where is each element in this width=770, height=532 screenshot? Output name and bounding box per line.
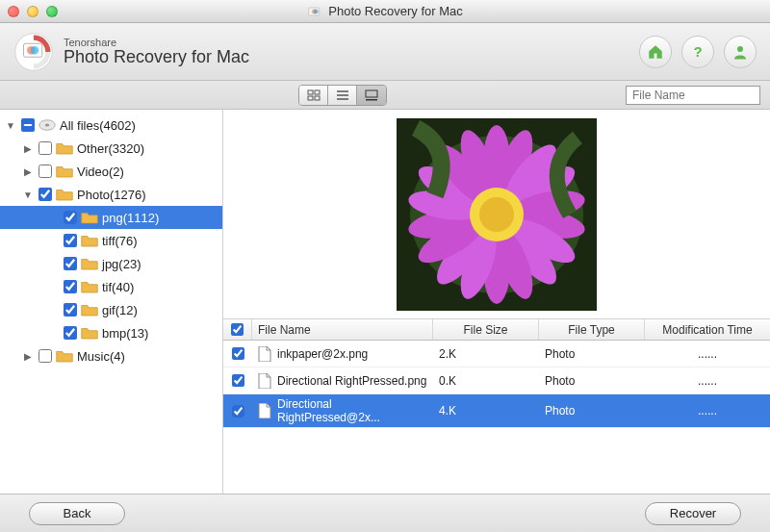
footer: Back Recover <box>0 494 770 532</box>
tree-checkbox[interactable] <box>21 118 35 132</box>
user-button[interactable] <box>724 36 757 68</box>
tree-item[interactable]: png(1112) <box>0 206 222 229</box>
svg-rect-17 <box>366 99 377 101</box>
tree-checkbox[interactable] <box>64 234 77 247</box>
select-all-checkbox[interactable] <box>231 323 244 336</box>
svg-rect-9 <box>308 90 313 94</box>
preview-icon <box>365 89 378 101</box>
svg-point-8 <box>737 46 743 52</box>
cell-filename: Directional RightPressed.png <box>252 370 433 392</box>
titlebar-title: Photo Recovery for Mac <box>307 4 462 19</box>
svg-point-2 <box>314 9 319 13</box>
tree-label: tiff(76) <box>102 234 138 248</box>
cell-filesize: 4.K <box>433 401 539 420</box>
tree-label: Music(4) <box>77 349 125 364</box>
tree-checkbox[interactable] <box>64 326 77 340</box>
row-checkbox[interactable] <box>232 347 244 360</box>
view-preview-button[interactable] <box>357 86 386 105</box>
tree-item[interactable]: tif(40) <box>0 275 222 298</box>
row-checkbox[interactable] <box>232 405 244 418</box>
tree-label: Video(2) <box>77 165 124 179</box>
cell-filesize: 2.K <box>433 344 539 364</box>
column-filetype[interactable]: File Type <box>539 319 645 340</box>
tree-item[interactable]: ▼All files(4602) <box>0 114 222 137</box>
cell-filesize: 0.K <box>433 371 539 391</box>
main-panel: File Name File Size File Type Modificati… <box>223 110 770 494</box>
help-button[interactable]: ? <box>681 36 714 68</box>
cell-filetype: Photo <box>539 344 645 364</box>
tree-item[interactable]: jpg(23) <box>0 252 222 275</box>
close-window-button[interactable] <box>8 6 19 17</box>
table-body[interactable]: inkpaper@2x.png2.KPhoto......Directional… <box>223 341 770 494</box>
tree-label: bmp(13) <box>102 326 148 341</box>
column-filename[interactable]: File Name <box>252 319 433 340</box>
tree-label: All files(4602) <box>60 118 136 133</box>
svg-rect-10 <box>315 90 320 94</box>
cell-filetype: Photo <box>539 371 645 391</box>
cell-filetype: Photo <box>539 401 645 420</box>
brand: Tenorshare Photo Recovery for Mac <box>13 32 249 72</box>
tree-item[interactable]: ▼Photo(1276) <box>0 183 222 206</box>
search-input[interactable] <box>626 86 760 105</box>
tree-label: jpg(23) <box>102 257 141 271</box>
column-checkbox[interactable] <box>223 319 252 340</box>
tree-checkbox[interactable] <box>64 303 77 317</box>
disclosure-triangle-icon[interactable]: ▶ <box>21 166 35 177</box>
tree-checkbox[interactable] <box>64 211 77 224</box>
cell-modtime: ...... <box>645 401 770 420</box>
tree-checkbox[interactable] <box>38 188 52 201</box>
recover-button[interactable]: Recover <box>645 502 741 525</box>
brand-sub-text: Tenorshare <box>64 37 249 48</box>
home-button[interactable] <box>639 36 672 68</box>
sidebar-tree[interactable]: ▼All files(4602)▶Other(3320)▶Video(2)▼Ph… <box>0 110 223 494</box>
tree-item[interactable]: tiff(76) <box>0 229 222 252</box>
header-actions: ? <box>639 36 757 68</box>
svg-point-41 <box>479 197 514 232</box>
body: ▼All files(4602)▶Other(3320)▶Video(2)▼Ph… <box>0 110 770 494</box>
tree-checkbox[interactable] <box>38 141 52 155</box>
tree-checkbox[interactable] <box>64 280 77 293</box>
tree-item[interactable]: ▶Other(3320) <box>0 137 222 160</box>
titlebar: Photo Recovery for Mac <box>0 0 770 23</box>
preview-area <box>223 110 770 319</box>
tree-item[interactable]: gif(12) <box>0 298 222 321</box>
tree-label: tif(40) <box>102 280 134 294</box>
tree-item[interactable]: bmp(13) <box>0 321 222 344</box>
disclosure-triangle-icon[interactable]: ▼ <box>21 190 35 200</box>
preview-image <box>397 118 597 311</box>
disclosure-triangle-icon[interactable]: ▶ <box>21 143 35 154</box>
tree-item[interactable]: ▶Music(4) <box>0 344 222 367</box>
user-icon <box>732 43 749 61</box>
list-icon <box>336 89 349 101</box>
tree-checkbox[interactable] <box>64 257 77 270</box>
cell-filename: inkpaper@2x.png <box>252 343 433 365</box>
table-row[interactable]: Directional RightPressed.png0.KPhoto....… <box>223 367 770 394</box>
disclosure-triangle-icon[interactable]: ▼ <box>4 120 17 131</box>
table-row[interactable]: Directional RightPressed@2x...4.KPhoto..… <box>223 394 770 428</box>
disclosure-triangle-icon[interactable]: ▶ <box>21 351 35 362</box>
svg-rect-11 <box>308 96 313 100</box>
home-icon <box>647 43 664 61</box>
tree-checkbox[interactable] <box>38 165 52 178</box>
tree-checkbox[interactable] <box>38 349 52 363</box>
table-row[interactable]: inkpaper@2x.png2.KPhoto...... <box>223 341 770 367</box>
row-checkbox[interactable] <box>232 374 244 387</box>
view-mode-segment <box>298 85 387 106</box>
column-modtime[interactable]: Modification Time <box>645 319 770 340</box>
tree-label: png(1112) <box>102 211 159 225</box>
view-grid-button[interactable] <box>299 86 328 105</box>
column-filesize[interactable]: File Size <box>433 319 539 340</box>
window-title-text: Photo Recovery for Mac <box>328 4 462 18</box>
back-button[interactable]: Back <box>29 502 125 525</box>
minimize-window-button[interactable] <box>27 6 38 17</box>
svg-text:?: ? <box>693 43 702 60</box>
cell-modtime: ...... <box>645 371 770 391</box>
tree-label: gif(12) <box>102 303 138 317</box>
window-controls <box>8 6 58 17</box>
tree-item[interactable]: ▶Video(2) <box>0 160 222 183</box>
tree-label: Other(3320) <box>77 141 144 156</box>
zoom-window-button[interactable] <box>46 6 58 17</box>
view-list-button[interactable] <box>328 86 357 105</box>
header: Tenorshare Photo Recovery for Mac ? <box>0 23 770 81</box>
svg-rect-16 <box>366 90 377 97</box>
